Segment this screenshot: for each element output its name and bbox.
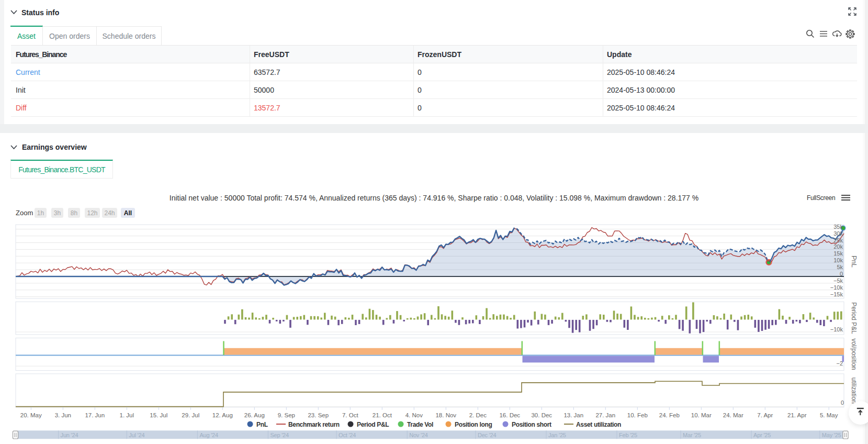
svg-text:0: 0 <box>840 271 843 277</box>
svg-text:Position long: Position long <box>455 421 492 428</box>
svg-text:5. May: 5. May <box>820 412 838 418</box>
svg-text:−10k: −10k <box>830 326 843 332</box>
svg-text:4. Nov: 4. Nov <box>405 412 423 418</box>
svg-text:−10k: −10k <box>830 284 843 291</box>
svg-text:15. Jul: 15. Jul <box>150 412 167 418</box>
svg-text:23. Sep: 23. Sep <box>308 412 329 418</box>
svg-text:−2: −2 <box>836 360 843 367</box>
svg-text:24. Mar: 24. Mar <box>723 412 743 418</box>
svg-text:Nov '24: Nov '24 <box>409 432 428 438</box>
svg-text:Oct '24: Oct '24 <box>339 432 356 438</box>
svg-text:vol/position: vol/position <box>850 338 858 370</box>
svg-text:21. Oct: 21. Oct <box>373 412 392 418</box>
svg-text:9. Sep: 9. Sep <box>278 412 295 418</box>
svg-text:13. Jan: 13. Jan <box>563 412 583 418</box>
svg-text:Benchmark return: Benchmark return <box>288 421 340 428</box>
svg-text:24. Feb: 24. Feb <box>659 412 680 418</box>
svg-text:18. Nov: 18. Nov <box>435 412 456 418</box>
svg-text:5k: 5k <box>837 264 843 270</box>
svg-text:10. Feb: 10. Feb <box>627 412 648 418</box>
svg-text:Feb '25: Feb '25 <box>619 432 637 438</box>
svg-text:Trade Vol: Trade Vol <box>407 421 433 428</box>
svg-text:3. Jun: 3. Jun <box>55 412 71 418</box>
svg-text:Mar '25: Mar '25 <box>683 432 701 438</box>
svg-text:12. Aug: 12. Aug <box>212 412 233 418</box>
svg-text:20. May: 20. May <box>20 412 42 418</box>
svg-text:Dec '24: Dec '24 <box>478 432 497 438</box>
svg-text:2. Dec: 2. Dec <box>469 412 487 418</box>
svg-text:−5k: −5k <box>833 278 843 284</box>
svg-text:0: 0 <box>841 399 844 406</box>
svg-text:10k: 10k <box>833 257 843 263</box>
svg-text:7. Apr: 7. Apr <box>757 412 773 418</box>
svg-text:Aug '24: Aug '24 <box>199 432 218 438</box>
svg-text:1. Jul: 1. Jul <box>120 412 134 418</box>
svg-text:PnL: PnL <box>256 421 268 428</box>
svg-text:15k: 15k <box>833 250 843 257</box>
svg-text:Apr '25: Apr '25 <box>753 432 771 438</box>
svg-text:PnL: PnL <box>850 256 858 268</box>
svg-text:−15k: −15k <box>830 291 843 297</box>
svg-text:May '25: May '25 <box>822 432 841 438</box>
svg-text:Jul '24: Jul '24 <box>129 432 144 438</box>
svg-text:29. Jul: 29. Jul <box>182 412 199 418</box>
svg-text:Jan '25: Jan '25 <box>548 432 566 438</box>
svg-text:Period P&L: Period P&L <box>357 421 389 428</box>
svg-text:Position short: Position short <box>512 421 551 428</box>
svg-text:35k: 35k <box>833 224 843 230</box>
svg-text:20k: 20k <box>833 243 843 250</box>
svg-text:Jun '24: Jun '24 <box>61 432 78 438</box>
svg-text:utilization: utilization <box>850 378 858 404</box>
svg-text:21. Apr: 21. Apr <box>787 412 807 418</box>
svg-text:26. Aug: 26. Aug <box>244 412 265 418</box>
svg-text:25k: 25k <box>833 237 843 243</box>
svg-text:16. Dec: 16. Dec <box>499 412 520 418</box>
svg-text:30. Dec: 30. Dec <box>531 412 552 418</box>
svg-text:7. Oct: 7. Oct <box>342 412 358 418</box>
svg-text:Sep '24: Sep '24 <box>270 432 289 438</box>
svg-text:27. Jan: 27. Jan <box>595 412 615 418</box>
svg-text:Period P&L: Period P&L <box>850 302 858 334</box>
svg-text:30k: 30k <box>833 230 843 237</box>
svg-text:17. Jun: 17. Jun <box>85 412 105 418</box>
svg-text:Asset utilization: Asset utilization <box>576 421 621 428</box>
svg-text:10. Mar: 10. Mar <box>691 412 712 418</box>
